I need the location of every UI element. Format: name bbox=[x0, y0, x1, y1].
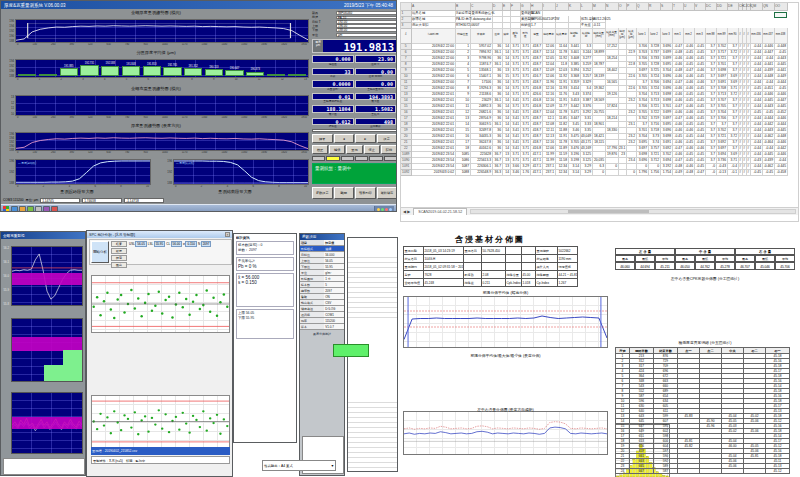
progress-groove[interactable] bbox=[312, 129, 397, 132]
indicator-light[interactable] bbox=[326, 156, 339, 161]
readout-value: 0.00 bbox=[355, 68, 397, 76]
y-axis-labels: 196192188 bbox=[3, 159, 15, 185]
tray-icon[interactable] bbox=[377, 208, 380, 211]
parameter-value-field[interactable]: IMP06U60 bbox=[336, 11, 397, 15]
parameter-value-field[interactable]: 188.00 bbox=[336, 28, 397, 32]
toolbar-button[interactable]: 顯示 bbox=[111, 248, 127, 254]
bottom-button[interactable]: 報表列印 bbox=[355, 187, 376, 199]
value-field-1[interactable]: 1.14745 bbox=[40, 198, 80, 203]
limit-value: 2097 bbox=[201, 241, 212, 247]
control-button[interactable]: ► bbox=[355, 134, 376, 143]
indicator-light[interactable] bbox=[384, 156, 397, 161]
value-field-2[interactable]: 1.74638 bbox=[82, 198, 122, 203]
taskbar-app-icon[interactable] bbox=[51, 206, 58, 212]
setting-value: 2097 bbox=[324, 288, 344, 293]
setting-value: ON bbox=[324, 294, 344, 299]
indicator-light[interactable] bbox=[355, 156, 368, 161]
detail-cells: 序號開始米數結束米數左一左二中央右二右一121387645.1823127294… bbox=[616, 348, 790, 474]
limit-field[interactable]: LSL 55.95 bbox=[148, 241, 165, 247]
readout-cell: 0.00 速度 M/Min bbox=[355, 68, 398, 81]
limit-field[interactable]: USL 56.05 bbox=[129, 241, 147, 247]
summary-value: 44.694 bbox=[635, 262, 655, 270]
toolbar-button[interactable]: 設定 bbox=[111, 255, 127, 261]
report-output-combo[interactable]: 報表輸出：A4 直式 ▼ bbox=[262, 460, 336, 471]
spc-window-titlebar[interactable]: SPC 統計分析 - [X̄-R 管制圖] × bbox=[87, 231, 232, 238]
horizontal-scrollbar[interactable] bbox=[470, 209, 796, 214]
readout-value: 194.3893 bbox=[355, 93, 397, 101]
control-button[interactable]: 記錄 bbox=[381, 145, 397, 154]
os-taskbar[interactable] bbox=[1, 204, 396, 212]
control-button[interactable]: 設定 bbox=[377, 134, 398, 143]
taskbar-app-icon[interactable] bbox=[11, 206, 18, 212]
start-button[interactable] bbox=[3, 206, 9, 212]
summary-subheader-row: 最高最低平均最高最低平均最高最低平均 bbox=[615, 255, 795, 262]
limit-field[interactable]: N 2097 bbox=[198, 241, 211, 247]
toolbar-button[interactable]: 檔案 bbox=[111, 241, 127, 247]
tick-label: 196 bbox=[3, 159, 14, 163]
close-icon[interactable]: × bbox=[225, 232, 230, 237]
setting-name: 樣本數 bbox=[300, 282, 324, 287]
tick-label: 12 bbox=[281, 78, 284, 82]
main-readout: 厚度 μm 191.9813 bbox=[312, 39, 397, 53]
tray-icon[interactable] bbox=[381, 208, 384, 211]
window-titlebar[interactable]: 厚度&克重量測系統 V.06.00.03 2019/5/23 下午 05:40:… bbox=[1, 1, 396, 9]
taskbar-app-icon[interactable] bbox=[27, 206, 34, 212]
sheet-nav-buttons[interactable]: ◀ ▶ bbox=[403, 209, 410, 214]
toolbar-button[interactable]: 匯出 bbox=[111, 262, 127, 268]
tick-label: 1430 bbox=[221, 116, 227, 120]
tick-label: 192 bbox=[3, 170, 14, 174]
indicator-light[interactable] bbox=[341, 156, 354, 161]
readout-value: 0.012 bbox=[312, 118, 354, 126]
xbar-control-chart bbox=[91, 275, 230, 333]
monitor-window-titlebar[interactable]: 全幅克重監視 bbox=[1, 232, 85, 239]
length-trend-chart bbox=[15, 132, 309, 151]
readout-cell: 1.5082 全距 R bbox=[355, 105, 398, 118]
column-name: 項目 bbox=[300, 240, 324, 245]
tick-label: 3 bbox=[82, 78, 83, 82]
tray-icon[interactable] bbox=[389, 208, 392, 211]
indicator-light[interactable] bbox=[369, 156, 382, 161]
taskbar-app-icon[interactable] bbox=[43, 206, 50, 212]
setting-name: 儲存路徑 bbox=[300, 306, 324, 311]
sheet-tab[interactable]: SCAN2019-04-02-21-58-52 bbox=[413, 208, 467, 215]
bottom-button[interactable]: 離開 bbox=[334, 187, 355, 199]
bottom-button[interactable]: 資料儲存 bbox=[377, 187, 398, 199]
control-button[interactable]: 補償 bbox=[329, 145, 345, 154]
scrollbar-thumb[interactable] bbox=[568, 210, 649, 213]
tick-label: 194 bbox=[3, 24, 14, 28]
tick-label: 0 bbox=[17, 116, 18, 120]
bottom-button[interactable]: 參數設定 bbox=[312, 187, 333, 199]
taskbar-app-icon[interactable] bbox=[19, 206, 26, 212]
settings-row[interactable]: 版本 V1.0.7 bbox=[300, 324, 344, 330]
control-button[interactable]: 停止 bbox=[364, 145, 380, 154]
control-button[interactable]: 校正 bbox=[312, 145, 328, 154]
setting-name: 上限值 bbox=[300, 258, 324, 263]
spec-band bbox=[12, 337, 82, 351]
status-row[interactable]: 管制條件：X̄-R (n=5) 狀態：監視中 bbox=[91, 456, 230, 464]
control-button[interactable]: 歸零 bbox=[312, 134, 333, 143]
selected-cell[interactable] bbox=[774, 12, 787, 18]
x-axis-labels: 0130260390520650780910104011701300143015… bbox=[3, 151, 309, 155]
file-list-item[interactable] bbox=[4, 469, 84, 474]
tray-icon[interactable] bbox=[385, 208, 388, 211]
status-row-selected[interactable]: 量測檔：20190402_215852.csv bbox=[91, 447, 230, 455]
y-axis-labels: 13121110 bbox=[3, 95, 15, 116]
monitor-window: 全幅克重監視 56.256.156.055.955.8 bbox=[0, 231, 86, 476]
bar bbox=[80, 65, 98, 76]
parameter-value-field[interactable]: 192.00 bbox=[336, 20, 397, 24]
parameter-value-field[interactable]: 196.00 bbox=[336, 24, 397, 28]
setting-name: 目標值 bbox=[300, 252, 324, 257]
limit-field[interactable]: σ 0.150 bbox=[183, 241, 197, 247]
indicator-light[interactable] bbox=[312, 156, 325, 161]
taskbar-app-icon[interactable] bbox=[35, 206, 42, 212]
limit-field[interactable]: CL 56.00 bbox=[166, 241, 182, 247]
value-field-3[interactable]: -1.14718 bbox=[124, 198, 164, 203]
parameter-value-field[interactable]: μm bbox=[336, 33, 397, 37]
sheet-cells[interactable]: ABCDEFGHIJKLMNOPQRSTUVDCDDDECHCJCKQMQNOO… bbox=[401, 3, 787, 175]
setting-value: g/m² bbox=[324, 270, 344, 275]
bar bbox=[60, 68, 78, 76]
parameter-value-field[interactable]: PA-10 bbox=[336, 16, 397, 20]
start-analysis-button[interactable]: 開始分析 bbox=[91, 241, 109, 263]
control-button[interactable]: 量測 bbox=[346, 145, 362, 154]
control-button[interactable]: ◄ bbox=[334, 134, 355, 143]
